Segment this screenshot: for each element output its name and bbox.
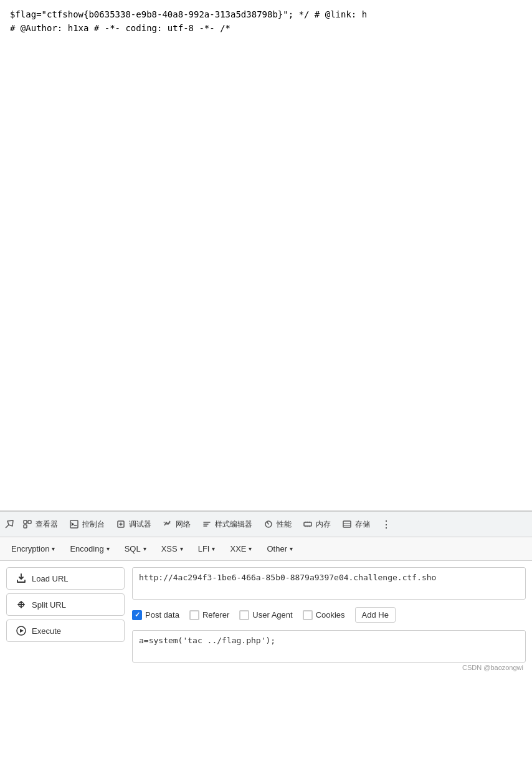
more-icon: ⋮ [381, 519, 391, 530]
devtools-debugger[interactable]: 调试器 [111, 515, 156, 534]
svg-rect-6 [304, 522, 311, 526]
encryption-menu[interactable]: Encryption ▾ [5, 542, 61, 556]
network-label: 网络 [176, 519, 191, 530]
execute-button[interactable]: Execute [6, 620, 125, 642]
encoding-caret: ▾ [107, 545, 110, 552]
user-agent-checkbox[interactable]: User Agent [239, 610, 292, 620]
devtools-inspector[interactable]: 查看器 [17, 515, 63, 534]
cookies-label: Cookies [316, 610, 345, 620]
debugger-label: 调试器 [129, 519, 151, 530]
load-url-label: Load URL [32, 574, 69, 583]
user-agent-label: User Agent [252, 610, 292, 620]
devtools-more[interactable]: ⋮ [376, 515, 396, 534]
svg-rect-2 [24, 525, 27, 528]
devtools-bar: 查看器 控制台 调试器 网络 样式编辑器 性能 [0, 511, 532, 537]
debugger-icon [116, 519, 126, 529]
devtools-console[interactable]: 控制台 [64, 515, 110, 534]
cookies-checkbox[interactable]: Cookies [303, 610, 345, 620]
referer-checkbox[interactable]: Referer [189, 610, 229, 620]
devtools-storage[interactable]: 存储 [337, 515, 375, 534]
devtools-network[interactable]: 网络 [158, 515, 196, 534]
user-agent-checkbox-box[interactable] [239, 610, 249, 620]
encoding-menu[interactable]: Encoding ▾ [64, 542, 115, 556]
code-line-1: $flag="ctfshow{b0635338-e9b8-40a8-992a-3… [10, 7, 522, 21]
inspector-icon [22, 519, 32, 529]
devtools-performance[interactable]: 性能 [259, 515, 297, 534]
post-data-input[interactable]: a=system('tac ../flag.php'); [132, 630, 526, 663]
style-editor-icon [202, 519, 212, 529]
cookies-checkbox-box[interactable] [303, 610, 313, 620]
load-url-icon [16, 573, 27, 584]
xss-menu[interactable]: XSS ▾ [155, 542, 189, 556]
tool-toolbar: Encryption ▾ Encoding ▾ SQL ▾ XSS ▾ LFI … [0, 537, 532, 561]
svg-rect-1 [28, 520, 31, 524]
encoding-label: Encoding [70, 544, 103, 553]
performance-label: 性能 [277, 519, 292, 530]
code-line-2: # @Author: h1xa # -*- coding: utf-8 -*- … [10, 21, 522, 35]
style-editor-label: 样式编辑器 [215, 519, 252, 530]
console-icon [69, 519, 79, 529]
xxe-caret: ▾ [249, 545, 252, 552]
svg-rect-0 [24, 520, 27, 524]
sql-label: SQL [125, 544, 141, 553]
split-url-icon [16, 599, 27, 610]
load-url-button[interactable]: Load URL [6, 567, 125, 590]
main-content: $flag="ctfshow{b0635338-e9b8-40a8-992a-3… [0, 0, 532, 511]
bottom-panel: Load URL Split URL Execute http://4ac294… [0, 561, 532, 679]
inspect-icon[interactable] [2, 517, 16, 531]
referer-checkbox-box[interactable] [189, 610, 199, 620]
xxe-menu[interactable]: XXE ▾ [224, 542, 258, 556]
post-data-label: Post data [145, 610, 179, 620]
lfi-label: LFI [198, 544, 210, 553]
post-data-checkbox[interactable]: Post data [132, 610, 179, 620]
checkboxes-row: Post data Referer User Agent Cookies Add… [132, 605, 526, 625]
console-label: 控制台 [82, 519, 105, 530]
post-data-checkbox-box[interactable] [132, 610, 142, 620]
svg-rect-7 [343, 521, 351, 527]
storage-icon [342, 519, 352, 529]
encryption-caret: ▾ [52, 545, 55, 552]
devtools-style-editor[interactable]: 样式编辑器 [197, 515, 257, 534]
right-content: http://4ac294f3-1be6-466a-85b0-8879a9397… [132, 567, 526, 673]
other-label: Other [267, 544, 287, 553]
csdn-watermark: CSDN @baozongwi [132, 663, 526, 673]
memory-icon [303, 519, 313, 529]
lfi-menu[interactable]: LFI ▾ [192, 542, 222, 556]
xxe-label: XXE [230, 544, 246, 553]
xss-label: XSS [161, 544, 178, 553]
devtools-memory[interactable]: 内存 [298, 515, 336, 534]
encryption-label: Encryption [11, 544, 49, 553]
left-buttons: Load URL Split URL Execute [6, 567, 125, 673]
xss-caret: ▾ [180, 545, 183, 552]
other-caret: ▾ [290, 545, 293, 552]
referer-label: Referer [202, 610, 229, 620]
memory-label: 内存 [316, 519, 331, 530]
inspector-label: 查看器 [36, 519, 58, 530]
add-header-button[interactable]: Add He [355, 607, 396, 623]
split-url-button[interactable]: Split URL [6, 593, 125, 616]
sql-menu[interactable]: SQL ▾ [118, 542, 153, 556]
network-icon [163, 519, 173, 529]
lfi-caret: ▾ [212, 545, 215, 552]
execute-icon [16, 625, 27, 636]
url-input[interactable]: http://4ac294f3-1be6-466a-85b0-8879a9397… [132, 567, 526, 600]
sql-caret: ▾ [143, 545, 146, 552]
other-menu[interactable]: Other ▾ [260, 542, 299, 556]
storage-label: 存储 [355, 519, 370, 530]
execute-label: Execute [32, 626, 61, 636]
performance-icon [264, 519, 273, 529]
split-url-label: Split URL [32, 600, 66, 610]
